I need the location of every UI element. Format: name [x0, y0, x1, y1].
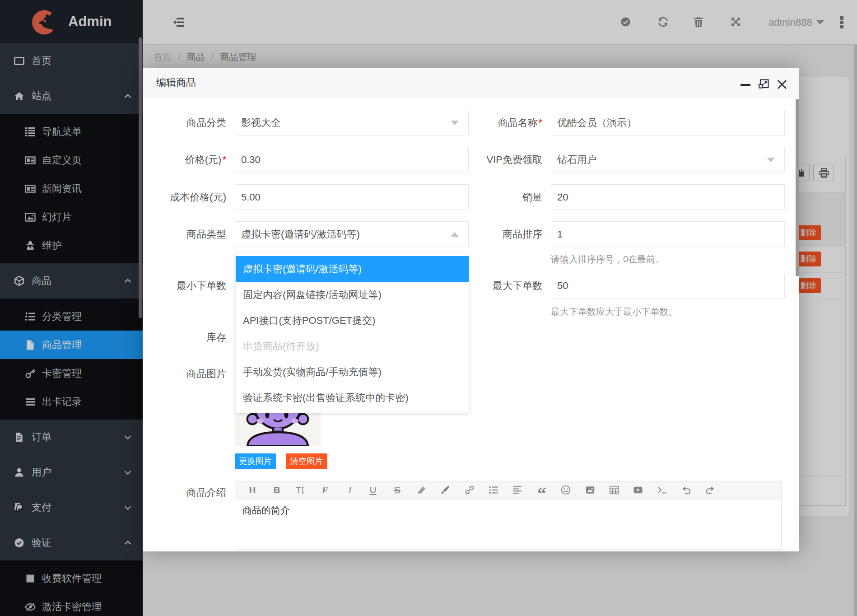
- svg-text:T: T: [296, 485, 301, 495]
